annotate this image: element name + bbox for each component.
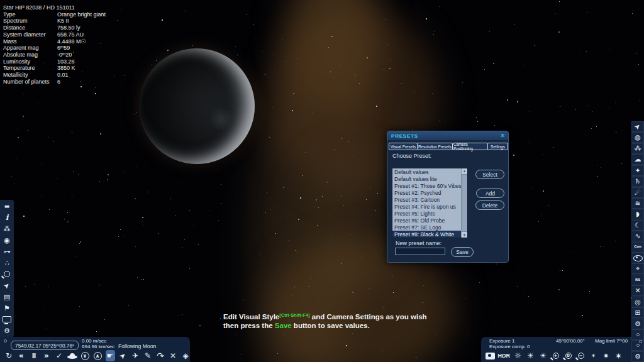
comet-icon[interactable]: ☄ (632, 188, 643, 197)
grid-icon[interactable]: ⊞ (632, 308, 643, 317)
select-button[interactable]: Select (475, 170, 504, 179)
list-item[interactable]: Preset #5: Lights (392, 210, 467, 217)
view-icon-row: HDR ☼ ☀ ☀ + 0 − ✶ ✷ ✶ (484, 350, 625, 361)
list-item[interactable]: Preset #6: Old Probe (392, 217, 467, 224)
exposure-decrease-icon[interactable]: ☼ (513, 350, 523, 361)
scroll-thumb[interactable] (462, 174, 468, 232)
loop-route-icon[interactable]: ↷ (156, 350, 165, 361)
meteor-icon[interactable]: ≋ (632, 199, 643, 208)
rewind-icon[interactable]: « (17, 350, 26, 361)
zoom-out-icon[interactable]: − (576, 350, 586, 361)
aircraft-mode-icon[interactable]: ✈ (131, 350, 140, 361)
rocket-mode-icon[interactable]: ➤ (118, 350, 128, 361)
close-icon[interactable]: ✕ (500, 133, 505, 139)
info-row: Number of planets6 (3, 79, 148, 85)
spaceengine-screen: Star HIP 82038 / HD 151011 TypeOrange br… (0, 0, 644, 362)
clear-route-icon[interactable]: ✕ (169, 350, 178, 361)
hdr-toggle[interactable]: HDR (498, 350, 511, 361)
list-item[interactable]: Preset #8: Black & White (392, 231, 467, 238)
info-row: Mass4.4488 M☉ (3, 38, 148, 45)
star-icon[interactable]: ✦ (632, 166, 643, 175)
planet-icon[interactable]: ♄ (632, 177, 643, 186)
terrain-icon[interactable]: ∿ (632, 231, 643, 241)
tab-visual-presets[interactable]: Visual Presets (389, 143, 418, 150)
panel-handle-dot (4, 339, 7, 343)
dialog-title-bar[interactable]: PRESETS (387, 131, 508, 140)
list-item[interactable]: Preset #3: Cartoon (392, 196, 467, 203)
menu-icon[interactable]: ≡ (1, 201, 13, 211)
delete-button[interactable]: Delete (475, 200, 504, 210)
new-preset-input[interactable] (395, 248, 445, 255)
display-icon[interactable] (1, 314, 13, 324)
exposure-increase-icon[interactable]: ☀ (538, 350, 548, 361)
flag-icon[interactable]: ⚑ (1, 303, 13, 313)
forward-icon[interactable]: » (42, 350, 52, 361)
list-item[interactable]: Default values (392, 168, 467, 175)
zoom-in-icon[interactable]: + (551, 350, 560, 361)
ship-icon[interactable]: ➤ (1, 280, 13, 290)
star-cluster-icon[interactable]: ⁂ (632, 144, 643, 153)
planet-browser-icon[interactable]: ◉ (1, 235, 13, 245)
info-row: Absolute mag-0ᵐ20 (3, 52, 148, 58)
crosshair-icon[interactable]: ✕ (632, 286, 643, 295)
list-item[interactable]: Preset #7: SE Logo (392, 224, 467, 231)
stars-more-icon[interactable]: ✶ (614, 350, 623, 361)
settings-icon[interactable]: ⚙ (1, 326, 13, 336)
markers-icon[interactable]: ⌖ (632, 264, 643, 273)
info-row: TypeOrange bright giant (3, 11, 148, 18)
eye-icon[interactable] (632, 253, 643, 263)
new-preset-label: New preset name: (396, 240, 441, 246)
nebula-icon[interactable]: ☁ (632, 155, 643, 164)
spacecraft-icon[interactable]: ➤ (632, 122, 643, 131)
ufo-icon[interactable] (67, 350, 77, 361)
asteroid-icon[interactable]: ◗ (632, 209, 643, 219)
zoom-reset-icon[interactable]: 0 (564, 350, 573, 361)
speed-down-icon[interactable]: ∨ (80, 350, 90, 361)
mag-limit-readout: Mag limit 7ᵐ00 (595, 338, 628, 344)
search-icon[interactable] (1, 269, 13, 279)
scroll-down-icon[interactable]: ▼ (463, 233, 466, 238)
hand-select-mode-icon[interactable]: ☛ (106, 350, 115, 361)
tab-resolution-presets[interactable]: Resolution Presets (417, 143, 453, 150)
cluster-browser-icon[interactable]: ∴ (1, 258, 13, 268)
list-item[interactable]: Preset #2: Psyched (392, 189, 467, 196)
tab-settings[interactable]: Settings (487, 143, 508, 150)
orbits-icon[interactable]: ◎ (632, 297, 643, 307)
time-direction-icon[interactable]: ↻ (4, 350, 14, 361)
add-button[interactable]: Add (476, 189, 504, 198)
datetime-field[interactable]: 7549.02.17 05ʰ25ᵐ00.76ˢ (11, 341, 79, 350)
speed-up-icon[interactable]: ∧ (93, 350, 103, 361)
camera-icon[interactable] (486, 350, 495, 361)
constellations-icon[interactable]: Con (632, 243, 643, 252)
exposure-auto-icon[interactable]: ☀ (526, 350, 535, 361)
list-item[interactable]: Preset #4: Fire is upon us (392, 203, 467, 210)
scrollbar[interactable]: ▲ ▼ (461, 168, 467, 238)
compass-icon[interactable]: ◈ (181, 350, 191, 361)
system-view-icon[interactable]: ⊶ (1, 246, 13, 256)
display-settings-icon[interactable]: ⚙ (632, 319, 643, 329)
list-item[interactable]: Default values lite (392, 175, 467, 182)
list-item[interactable]: Preset #1: Those 60's Vibes (392, 182, 467, 189)
save-button[interactable]: Save (451, 247, 474, 257)
star-info-panel: Star HIP 82038 / HD 151011 TypeOrange br… (3, 4, 148, 85)
orrery-icon[interactable]: ⁂ (1, 224, 13, 234)
pause-icon[interactable]: Ⅱ (30, 350, 39, 361)
hint-text: Edit Visual Style[Ctrl-Shift-F4] and Cam… (223, 311, 427, 330)
panel-handle-dot (632, 330, 643, 339)
moon[interactable] (139, 48, 255, 164)
confirm-icon[interactable]: ✓ (55, 350, 64, 361)
info-row: System diameter658.75 AU (3, 31, 148, 38)
moon-icon[interactable]: ☾ (632, 221, 643, 230)
tab-camera-positioning[interactable]: Camera Positioning (452, 143, 488, 150)
scroll-up-icon[interactable]: ▲ (463, 168, 466, 173)
fov-readout: 45°00'00.00" (556, 338, 584, 344)
galaxy-icon[interactable]: ◍ (632, 133, 643, 142)
edit-path-icon[interactable]: ✎ (143, 350, 153, 361)
left-toolbar: ≡ i ⁂ ◉ ⊶ ∴ ➤ ▤ ⚑ ⚙ (0, 200, 14, 337)
info-icon[interactable]: i (1, 212, 13, 222)
stars-auto-icon[interactable]: ✷ (601, 350, 611, 361)
settings-gear-icon[interactable]: ⚙ (632, 352, 643, 361)
stars-fewer-icon[interactable]: ✶ (589, 350, 598, 361)
reference-frame-icon[interactable]: RS (632, 275, 643, 285)
journal-icon[interactable]: ▤ (1, 292, 13, 302)
